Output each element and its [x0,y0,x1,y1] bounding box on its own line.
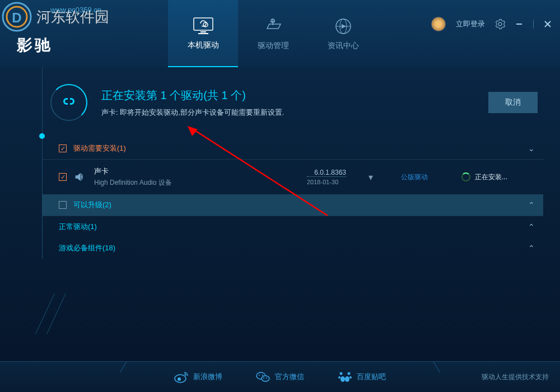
footer-label: 百度贴吧 [357,372,386,382]
svg-point-21 [262,375,263,376]
installing-text: 正在安装... [475,172,507,182]
timeline-line [42,67,43,259]
svg-point-29 [349,376,352,379]
checkbox-need-install[interactable] [59,144,67,152]
spinner-ring-icon [50,84,87,121]
watermark: D 河东软件园 [0,0,109,34]
chevron-up-icon[interactable]: ⌃ [528,200,535,209]
footer-tieba[interactable]: 百度贴吧 [338,370,386,384]
footer-weibo[interactable]: 新浪微博 [174,370,222,384]
svg-point-23 [266,377,267,379]
main-content: 正在安装第 1 个驱动(共 1 个) 声卡: 即将开始安装驱动,部分声卡设备可能… [0,67,560,259]
svg-point-25 [348,372,351,375]
brand-logo: 影驰 [17,35,53,56]
driver-desc: High Definition Audio 设备 [94,178,307,188]
chevron-down-icon[interactable]: ⌄ [528,144,535,153]
dropdown-arrow-icon[interactable]: ▾ [368,172,373,183]
checkbox-driver[interactable] [59,173,67,181]
svg-point-26 [340,376,345,382]
install-title: 正在安装第 1 个驱动(共 1 个) [101,88,488,103]
driver-date: 2018-01-30 [307,179,346,185]
nav-tab-label: 本机驱动 [188,40,219,50]
nav-tab-news[interactable]: 资讯中心 [308,0,378,67]
section-game-required[interactable]: 游戏必备组件(18) ⌃ [42,237,543,259]
svg-point-19 [262,376,269,381]
close-icon[interactable] [544,20,552,28]
nav-tab-label: 资讯中心 [328,41,359,51]
tools-icon [262,17,284,36]
svg-rect-5 [198,33,208,34]
decorative-lines [28,291,140,347]
gear-icon[interactable] [495,19,505,29]
official-driver-link[interactable]: 公版驱动 [401,172,428,182]
svg-point-24 [340,372,343,375]
nav-tab-local-drivers[interactable]: 本机驱动 [168,0,238,67]
svg-point-27 [345,376,349,382]
nav-tabs: 本机驱动 驱动管理 资讯中心 [168,0,378,67]
checkbox-upgradable[interactable] [59,201,67,209]
speaker-icon [73,171,86,183]
avatar[interactable] [431,17,446,31]
driver-info: 声卡 High Definition Audio 设备 [94,166,307,188]
driver-row-soundcard: 声卡 High Definition Audio 设备 6.0.1.8363 2… [42,160,543,194]
wechat-icon [256,370,270,384]
footer-wechat[interactable]: 官方微信 [256,370,304,384]
section-need-install[interactable]: 驱动需要安装(1) ⌄ [42,138,543,160]
cancel-button[interactable]: 取消 [488,92,538,113]
globe-play-icon [332,17,354,36]
driver-version: 6.0.1.8363 [307,169,346,177]
minimize-icon[interactable] [515,20,523,28]
logo-area: D 河东软件园 www.pc0359.cn 影驰 [0,0,168,67]
watermark-text: 河东软件园 [36,7,109,27]
header-right: 立即登录 [431,17,552,31]
chevron-up-icon[interactable]: ⌃ [528,222,535,231]
svg-point-20 [259,375,260,376]
chevron-up-icon[interactable]: ⌃ [528,244,535,253]
timeline-dot [39,133,45,139]
driver-name: 声卡 [94,166,307,176]
spinner-small-icon [461,172,470,181]
section-label: 正常驱动(1) [59,222,528,232]
svg-point-17 [178,377,181,381]
svg-point-22 [263,377,264,379]
svg-rect-4 [200,31,206,32]
divider [533,20,534,29]
app-header: D 河东软件园 www.pc0359.cn 影驰 本机驱动 驱动管理 资讯中心 … [0,0,560,67]
installing-status: 正在安装... [461,172,507,182]
section-label: 驱动需要安装(1) [73,143,528,153]
install-status-header: 正在安装第 1 个驱动(共 1 个) 声卡: 即将开始安装驱动,部分声卡设备可能… [50,84,543,121]
install-info: 正在安装第 1 个驱动(共 1 个) 声卡: 即将开始安装驱动,部分声卡设备可能… [101,88,488,118]
svg-point-28 [338,376,340,379]
login-link[interactable]: 立即登录 [456,19,485,29]
driver-version-col: 6.0.1.8363 2018-01-30 [307,169,346,185]
nav-tab-driver-manage[interactable]: 驱动管理 [238,0,308,67]
install-subtitle: 声卡: 即将开始安装驱动,部分声卡设备可能需要重新设置. [101,108,488,118]
section-upgradable[interactable]: 可以升级(2) ⌃ [42,194,543,216]
footer-label: 新浪微博 [193,372,222,382]
svg-text:D: D [12,10,21,25]
footer: 新浪微博 官方微信 百度贴吧 驱动人生提供技术支持 [0,361,560,392]
section-normal[interactable]: 正常驱动(1) ⌃ [42,216,543,237]
nav-tab-label: 驱动管理 [258,41,289,51]
section-label: 可以升级(2) [73,200,528,210]
monitor-refresh-icon [192,16,214,36]
tech-support-text: 驱动人生提供技术支持 [482,372,549,382]
footer-label: 官方微信 [275,372,304,382]
watermark-icon: D [0,0,34,34]
weibo-icon [174,370,189,384]
section-label: 游戏必备组件(18) [59,243,528,253]
tieba-icon [338,370,352,384]
